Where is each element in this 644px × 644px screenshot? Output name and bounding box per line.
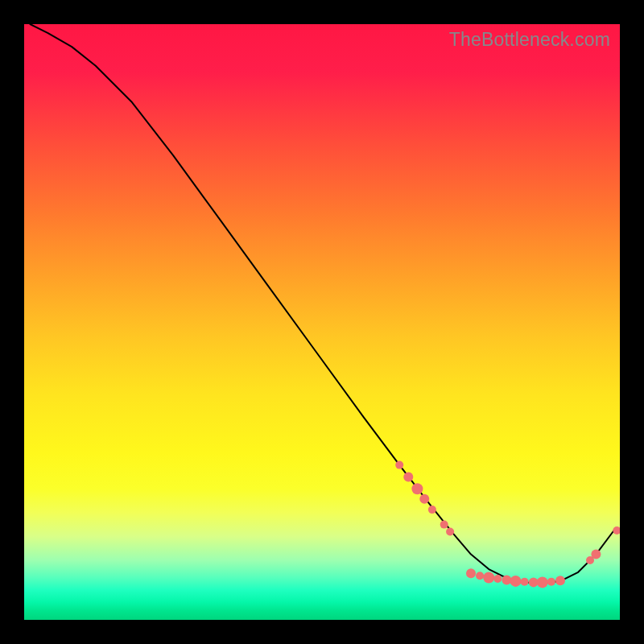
data-point — [555, 576, 565, 585]
data-point — [547, 578, 555, 586]
marker-layer — [395, 461, 620, 588]
data-point — [502, 575, 511, 584]
data-point — [537, 576, 548, 588]
data-point — [395, 461, 403, 469]
data-point — [476, 572, 484, 580]
chart-background: TheBottleneck.com — [24, 24, 620, 620]
data-point — [591, 550, 601, 559]
data-point — [510, 576, 522, 587]
data-point — [446, 527, 454, 535]
data-point — [403, 472, 413, 481]
data-point — [428, 506, 436, 514]
data-point — [493, 575, 502, 583]
data-point — [419, 494, 429, 504]
data-point — [483, 572, 494, 583]
data-point — [411, 483, 423, 494]
data-point — [521, 578, 529, 586]
data-point — [466, 568, 476, 578]
bottleneck-curve — [30, 24, 613, 583]
data-point — [613, 526, 620, 535]
chart-plot — [24, 24, 620, 620]
data-point — [440, 521, 448, 529]
